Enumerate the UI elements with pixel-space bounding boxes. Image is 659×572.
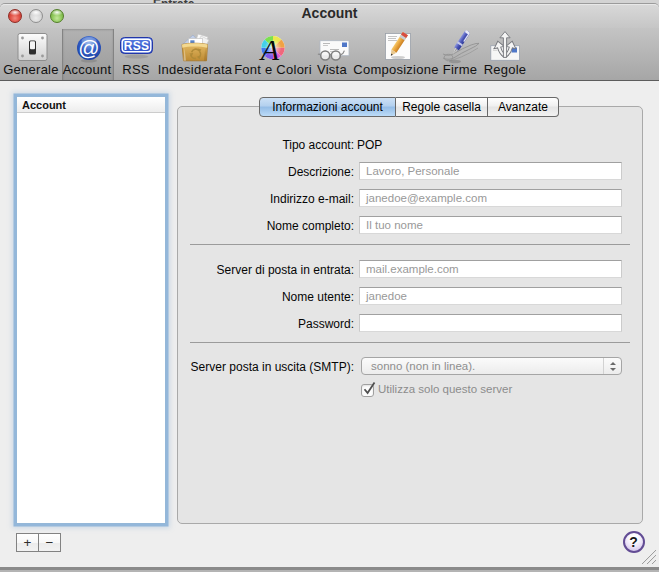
svg-text:RSS: RSS	[124, 39, 149, 53]
svg-text:A: A	[259, 33, 280, 66]
svg-text:@: @	[78, 36, 99, 59]
